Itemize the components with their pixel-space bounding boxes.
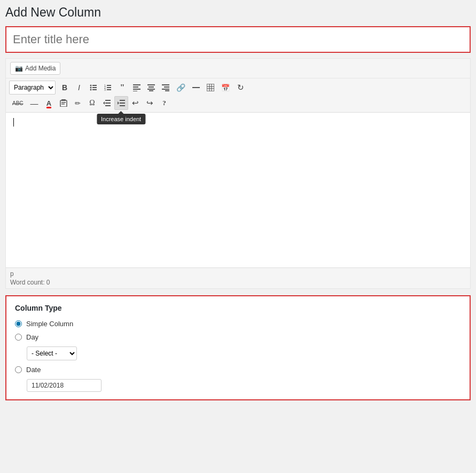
- paragraph-select[interactable]: Paragraph Heading 1 Heading 2 Heading 3 …: [9, 81, 56, 94]
- add-media-button[interactable]: 📷 Add Media: [10, 62, 60, 75]
- svg-rect-20: [162, 84, 169, 85]
- align-center-button[interactable]: [144, 81, 158, 94]
- svg-rect-39: [120, 103, 125, 104]
- ordered-list-button[interactable]: 1.2.3.: [101, 81, 115, 94]
- blockquote-button[interactable]: ": [115, 81, 129, 94]
- svg-rect-21: [164, 86, 169, 88]
- align-right-button[interactable]: [159, 81, 173, 94]
- editor-cursor: [13, 118, 14, 127]
- unordered-list-button[interactable]: [87, 81, 100, 94]
- toolbar: Paragraph Heading 1 Heading 2 Heading 3 …: [6, 78, 470, 113]
- refresh-button[interactable]: ↻: [233, 81, 247, 94]
- bold-button[interactable]: B: [58, 81, 72, 94]
- word-count-label: Word count: 0: [10, 279, 466, 286]
- redo-button[interactable]: ↪: [143, 96, 157, 110]
- svg-marker-41: [118, 101, 119, 105]
- date-input-wrapper: [27, 379, 461, 392]
- increase-indent-button[interactable]: Increase indent: [114, 96, 128, 110]
- svg-point-0: [90, 85, 92, 86]
- title-input[interactable]: [6, 27, 470, 52]
- svg-rect-16: [147, 84, 155, 85]
- svg-rect-19: [149, 90, 153, 91]
- svg-rect-7: [107, 85, 111, 86]
- special-char-button[interactable]: Ω: [85, 96, 99, 110]
- editor-status-bar: p Word count: 0: [6, 267, 470, 288]
- day-select-wrapper: - Select - Monday Tuesday Wednesday Thur…: [27, 346, 461, 360]
- svg-rect-11: [107, 89, 111, 90]
- date-input[interactable]: [27, 379, 102, 392]
- svg-rect-34: [105, 100, 111, 101]
- day-row: Day: [15, 333, 461, 341]
- align-left-button[interactable]: [130, 81, 144, 94]
- svg-rect-15: [133, 91, 137, 91]
- svg-marker-37: [103, 101, 105, 105]
- toolbar-row-1: Paragraph Heading 1 Heading 2 Heading 3 …: [9, 81, 467, 94]
- svg-rect-3: [92, 87, 97, 88]
- svg-point-4: [90, 89, 92, 91]
- svg-rect-18: [147, 89, 155, 90]
- help-button[interactable]: ?: [158, 96, 171, 110]
- svg-rect-33: [61, 104, 65, 105]
- toolbar-row-2: ABC — A ✏ Ω Increase indent ↩ ↪ ?: [9, 96, 467, 110]
- svg-rect-40: [120, 105, 125, 106]
- editor-tag-label: p: [10, 270, 466, 278]
- day-label: Day: [26, 333, 38, 341]
- svg-rect-14: [133, 89, 141, 90]
- clear-formatting-button[interactable]: ✏: [71, 96, 85, 110]
- column-type-box: Column Type Simple Column Day - Select -…: [5, 295, 471, 400]
- decrease-indent-button[interactable]: [100, 96, 114, 110]
- svg-rect-17: [149, 86, 154, 88]
- paste-text-button[interactable]: [57, 96, 71, 110]
- add-media-icon: 📷: [15, 65, 23, 72]
- date-row: Date: [15, 366, 461, 374]
- svg-rect-25: [207, 84, 214, 91]
- editor-wrapper: Paragraph Heading 1 Heading 2 Heading 3 …: [5, 78, 471, 289]
- add-media-bar: 📷 Add Media: [5, 58, 471, 78]
- date-label: Date: [26, 366, 41, 374]
- simple-column-row: Simple Column: [15, 320, 461, 328]
- simple-column-radio[interactable]: [15, 320, 22, 327]
- hr-button[interactable]: [189, 81, 203, 94]
- svg-rect-1: [92, 85, 97, 86]
- page-title: Add New Column: [5, 5, 471, 20]
- svg-rect-38: [120, 100, 125, 101]
- svg-rect-35: [105, 103, 111, 104]
- text-color-button[interactable]: A: [42, 96, 56, 110]
- svg-text:3.: 3.: [104, 88, 106, 91]
- svg-rect-23: [165, 90, 169, 91]
- undo-button[interactable]: ↩: [129, 96, 143, 110]
- day-radio[interactable]: [15, 334, 22, 341]
- add-media-label: Add Media: [25, 65, 56, 72]
- svg-rect-22: [162, 89, 169, 90]
- day-select[interactable]: - Select - Monday Tuesday Wednesday Thur…: [27, 346, 77, 360]
- title-input-wrapper: [5, 26, 471, 53]
- table-button[interactable]: [204, 81, 217, 94]
- calendar-button[interactable]: 📅: [218, 81, 233, 94]
- date-radio[interactable]: [15, 366, 22, 373]
- simple-column-label: Simple Column: [26, 320, 73, 328]
- svg-rect-5: [92, 89, 97, 90]
- svg-point-2: [90, 87, 92, 89]
- svg-rect-32: [61, 102, 66, 103]
- column-type-title: Column Type: [15, 304, 461, 312]
- horizontal-line-button[interactable]: —: [27, 96, 42, 110]
- svg-rect-12: [133, 84, 141, 85]
- strikethrough-button[interactable]: ABC: [9, 96, 27, 110]
- italic-button[interactable]: I: [72, 81, 86, 94]
- svg-rect-13: [133, 86, 138, 88]
- svg-rect-24: [192, 87, 200, 88]
- editor-content-area[interactable]: [6, 113, 470, 267]
- svg-rect-9: [107, 87, 111, 88]
- svg-rect-36: [105, 105, 111, 106]
- link-button[interactable]: 🔗: [173, 81, 189, 94]
